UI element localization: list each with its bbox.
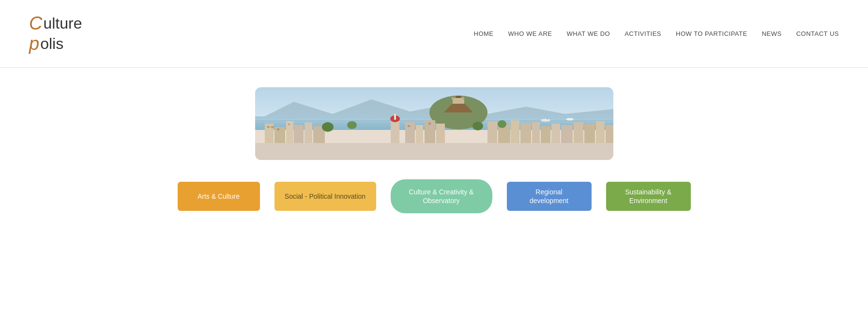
logo-bottom-text: olis — [40, 35, 63, 52]
svg-rect-16 — [274, 127, 285, 143]
sustainability-environment-button[interactable]: Sustainability & Environment — [606, 182, 691, 211]
svg-rect-18 — [294, 125, 304, 143]
svg-point-40 — [322, 122, 334, 132]
svg-rect-6 — [547, 117, 548, 120]
nav-activities[interactable]: ACTIVITIES — [624, 30, 661, 37]
logo-top-text: ulture — [43, 15, 82, 32]
svg-rect-50 — [428, 123, 431, 125]
svg-rect-30 — [511, 120, 519, 143]
svg-rect-38 — [596, 121, 605, 143]
nav-home[interactable]: HOME — [474, 30, 494, 37]
arts-culture-button[interactable]: Arts & Culture — [178, 182, 260, 211]
svg-point-41 — [347, 121, 357, 129]
svg-point-43 — [498, 120, 506, 128]
culture-creativity-button[interactable]: Culture & Creativity & Observatory — [391, 179, 492, 213]
nav-how-to-participate[interactable]: HOW TO PARTICIPATE — [676, 30, 747, 37]
svg-point-42 — [472, 122, 483, 130]
svg-rect-32 — [532, 122, 540, 143]
svg-rect-44 — [255, 143, 613, 160]
svg-rect-25 — [416, 125, 423, 143]
nav-contact-us[interactable]: CONTACT US — [796, 30, 839, 37]
svg-rect-12 — [452, 97, 454, 100]
svg-rect-35 — [561, 125, 573, 143]
social-political-button[interactable]: Social - Political Innovation — [274, 182, 376, 211]
category-buttons: Arts & Culture Social - Political Innova… — [178, 179, 691, 213]
svg-rect-37 — [584, 124, 595, 143]
logo-p-letter: p — [29, 34, 39, 54]
svg-rect-49 — [408, 125, 410, 127]
logo[interactable]: C ulture p olis — [29, 14, 82, 54]
site-header: C ulture p olis HOME WHO WE ARE WHAT WE … — [0, 0, 868, 68]
nav-what-we-do[interactable]: WHAT WE DO — [566, 30, 610, 37]
svg-rect-21 — [391, 119, 399, 143]
svg-rect-27 — [436, 124, 445, 143]
svg-rect-36 — [574, 122, 583, 143]
svg-rect-34 — [551, 124, 560, 143]
svg-rect-31 — [520, 123, 531, 143]
svg-rect-48 — [288, 124, 290, 125]
svg-rect-19 — [305, 123, 312, 143]
svg-rect-39 — [606, 125, 613, 143]
svg-rect-13 — [462, 97, 464, 100]
main-nav: HOME WHO WE ARE WHAT WE DO ACTIVITIES HO… — [474, 30, 839, 37]
svg-rect-45 — [267, 126, 270, 128]
svg-rect-46 — [271, 126, 274, 128]
logo-c-letter: C — [29, 14, 42, 34]
svg-point-5 — [541, 119, 550, 122]
nav-news[interactable]: NEWS — [762, 30, 782, 37]
svg-rect-47 — [277, 128, 279, 130]
nav-who-we-are[interactable]: WHO WE ARE — [508, 30, 552, 37]
svg-rect-28 — [487, 121, 497, 143]
main-content: Arts & Culture Social - Political Innova… — [0, 68, 868, 242]
regional-development-button[interactable]: Regional development — [507, 182, 592, 211]
city-panorama — [255, 87, 613, 160]
svg-rect-33 — [541, 126, 550, 143]
svg-point-7 — [566, 118, 574, 121]
svg-rect-23 — [394, 114, 396, 120]
